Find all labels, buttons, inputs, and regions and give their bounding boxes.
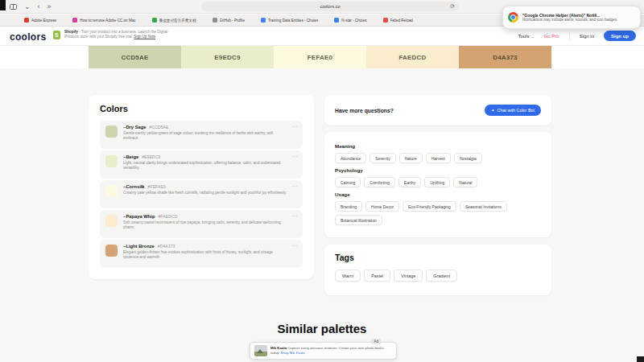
- bookmark-item[interactable]: 微信支付官方开发文档: [152, 18, 196, 23]
- attribute-chip[interactable]: Nostalgia: [454, 153, 482, 163]
- bookmark-item[interactable]: GitHub - Profile: [213, 18, 245, 23]
- palette-swatch[interactable]: FAEDCD: [366, 46, 459, 68]
- attribute-chip[interactable]: Abundance: [335, 153, 366, 163]
- more-options-icon[interactable]: ···: [292, 183, 299, 188]
- color-hex: #CCD5AE: [150, 125, 169, 130]
- system-notification[interactable]: "Google Chrome Helper (Alerts)" Notifi..…: [502, 6, 641, 29]
- palette-swatch[interactable]: D4A373: [459, 46, 551, 68]
- sidebar-toggle-icon[interactable]: [10, 4, 17, 10]
- color-swatch: [105, 155, 118, 167]
- more-options-icon[interactable]: ···: [292, 154, 299, 158]
- color-list-item[interactable]: ~Dry Sage #CCD5AE Gentle earthy yellow-g…: [100, 121, 303, 149]
- bookmark-label: Failed Reload: [390, 19, 413, 23]
- attribute-section: Psychology Calming Comforting Earthy Upl…: [335, 167, 541, 187]
- bookmark-label: Training Data Entities - Chutes: [268, 19, 318, 23]
- attributes-card: Meaning Abundance Serenity Nature Harves…: [324, 132, 551, 237]
- forward-icon[interactable]: »: [47, 3, 52, 10]
- swatch-hex-label: CCD5AE: [121, 54, 148, 61]
- ad-link[interactable]: Shop Mik Koala: [281, 351, 305, 355]
- bookmark-label: N-star - Chutes: [341, 19, 366, 23]
- reload-icon[interactable]: ⟳: [450, 3, 455, 10]
- palette-swatch[interactable]: CCD5AE: [89, 46, 181, 68]
- tag-chip[interactable]: Warm: [335, 269, 361, 282]
- colors-card-title: Colors: [100, 104, 303, 113]
- tags-card: Tags Warm Pastel Vintage Gradient: [324, 245, 551, 295]
- color-name: ~Light Bronze: [123, 244, 155, 249]
- coolors-logo[interactable]: coolors: [10, 31, 46, 43]
- color-list-item[interactable]: ~Cornsilk #FEFAE0 Creamy pale yellow sha…: [100, 180, 303, 208]
- color-name: ~Cornsilk: [123, 184, 145, 189]
- bookmark-item[interactable]: Training Data Entities - Chutes: [261, 18, 318, 23]
- address-bar[interactable]: coolors.co ⟳: [201, 2, 459, 11]
- attribute-chip[interactable]: Seasonal Invitations: [460, 201, 507, 212]
- sign-in-link[interactable]: Sign in: [580, 34, 594, 39]
- attribute-chip[interactable]: Serenity: [369, 153, 395, 163]
- bookmark-favicon: [383, 18, 388, 23]
- swatch-hex-label: FEFAE0: [308, 54, 332, 61]
- back-icon[interactable]: ‹: [38, 3, 40, 10]
- attribute-chip[interactable]: Earthy: [398, 177, 421, 187]
- tag-chip[interactable]: Pastel: [364, 269, 390, 282]
- chevron-down-icon[interactable]: ⌄: [24, 3, 31, 10]
- questions-text: Have more questions?: [335, 108, 394, 113]
- attribute-section-title: Psychology: [335, 167, 541, 173]
- go-pro-link[interactable]: Go Pro: [544, 34, 559, 39]
- attribute-chip[interactable]: Calming: [335, 177, 361, 187]
- header-ad-cta[interactable]: Sign Up Now: [134, 35, 155, 39]
- tag-chip[interactable]: Vintage: [394, 269, 423, 282]
- color-list-item[interactable]: ~Beige #E9EDC9 Light, neutral clarity br…: [100, 150, 303, 179]
- header-ad-brand: Shopify: [64, 30, 78, 34]
- bookmark-favicon: [24, 18, 29, 23]
- bookmark-favicon: [334, 18, 339, 23]
- color-hex: #FAEDCD: [158, 214, 177, 219]
- header-nav: Tools⌄ Go Pro Sign in Sign up: [518, 31, 636, 41]
- site-header: coolors S Shopify - Turn your product in…: [0, 27, 644, 46]
- attribute-chip[interactable]: Harvest: [426, 153, 451, 163]
- attribute-chip[interactable]: Branding: [335, 201, 362, 212]
- bookmark-item[interactable]: Adobe Express: [24, 18, 56, 23]
- attribute-chip[interactable]: Comforting: [364, 177, 394, 187]
- header-ad[interactable]: S Shopify - Turn your product into a bus…: [53, 30, 201, 39]
- attribute-chip[interactable]: Nature: [399, 153, 423, 163]
- bookmark-label: GitHub - Profile: [220, 19, 245, 23]
- bookmark-label: How to remove Adobe CC on Mac: [80, 19, 135, 23]
- swatch-hex-label: D4A373: [493, 54, 518, 61]
- more-options-icon[interactable]: ···: [292, 124, 299, 129]
- color-swatch: [105, 245, 118, 257]
- bottom-ad-bar[interactable]: Mik Koala Capture every precious moment.…: [250, 342, 397, 360]
- chip-row: Abundance Serenity Nature Harvest Nostal…: [335, 153, 541, 163]
- bookmark-item[interactable]: Failed Reload: [383, 18, 413, 23]
- colors-list: ~Dry Sage #CCD5AE Gentle earthy yellow-g…: [100, 121, 303, 268]
- chip-row: Branding Home Decor Eco-Friendly Packagi…: [335, 201, 541, 225]
- more-options-icon[interactable]: ···: [292, 213, 299, 218]
- bookmark-item[interactable]: How to remove Adobe CC on Mac: [72, 18, 135, 23]
- bookmark-favicon: [261, 18, 266, 23]
- header-ad-line2: Products store with your Shopify free tr…: [64, 35, 134, 39]
- swatch-hex-label: FAEDCD: [398, 54, 426, 61]
- color-list-item[interactable]: ~Papaya Whip #FAEDCD Soft creamy pastel …: [100, 210, 303, 238]
- colors-card: Colors ~Dry Sage #CCD5AE Gentle earthy y…: [89, 95, 314, 279]
- chrome-icon: [508, 12, 518, 23]
- header-ad-text: Shopify - Turn your product into a busin…: [64, 30, 201, 39]
- screen: ⌄ ‹ » coolors.co ⟳ Adobe Express How to …: [0, 0, 644, 362]
- attribute-chip[interactable]: Botanical Illustration: [335, 215, 382, 225]
- sign-up-button[interactable]: Sign up: [604, 31, 636, 41]
- chat-with-color-bot-button[interactable]: ✦ Chat with Color Bot: [485, 105, 541, 116]
- color-description: Soft creamy pastel reminiscent of ripe p…: [123, 220, 288, 231]
- more-options-icon[interactable]: ···: [292, 243, 299, 248]
- bookmark-item[interactable]: N-star - Chutes: [334, 18, 366, 23]
- tools-menu[interactable]: Tools⌄: [518, 34, 534, 39]
- attribute-chip[interactable]: Eco-Friendly Packaging: [402, 201, 456, 212]
- palette-swatch[interactable]: E9EDC9: [181, 46, 274, 68]
- tag-chip[interactable]: Gradient: [426, 269, 457, 282]
- color-list-item[interactable]: ~Light Bronze #D4A373 Elegant golden-bro…: [100, 240, 303, 268]
- palette-swatch[interactable]: FEFAE0: [274, 46, 366, 68]
- ad-text: Mik Koala Capture every precious moment.…: [270, 346, 392, 356]
- notification-body: Notifications may include alerts, sounds…: [522, 18, 617, 23]
- attribute-chip[interactable]: Natural: [453, 177, 477, 187]
- attribute-section: Meaning Abundance Serenity Nature Harves…: [335, 143, 541, 163]
- attribute-chip[interactable]: Home Decor: [365, 201, 399, 212]
- attribute-section-title: Usage: [335, 191, 541, 197]
- ad-badge: Ad: [371, 339, 382, 344]
- attribute-chip[interactable]: Uplifting: [424, 177, 450, 187]
